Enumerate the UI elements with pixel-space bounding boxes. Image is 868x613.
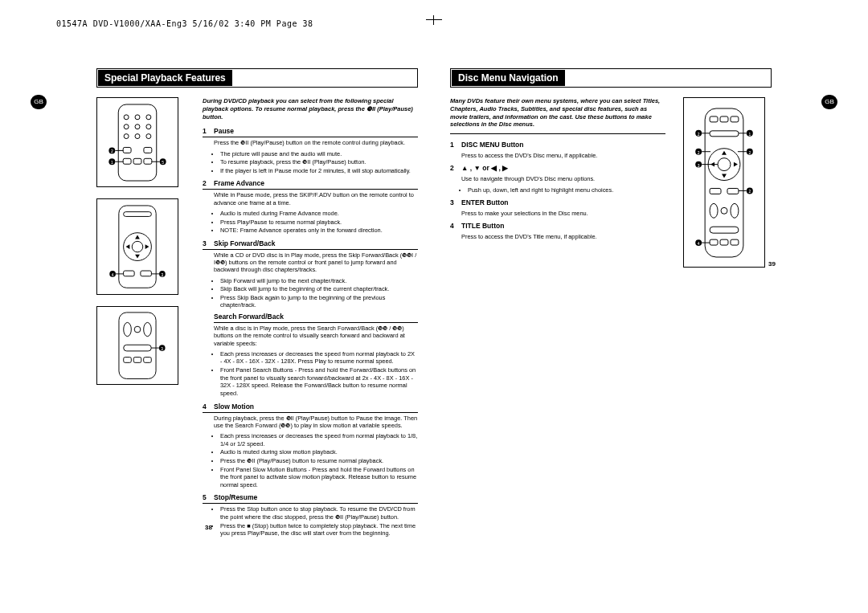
bullet: To resume playback, press the ❿II (Play/… (220, 158, 418, 166)
svg-point-7 (124, 133, 129, 138)
svg-rect-61 (720, 239, 728, 245)
section-title-text: Special Playback Features (98, 70, 232, 86)
svg-rect-14 (144, 158, 152, 164)
svg-rect-49 (720, 116, 728, 121)
remote-fig-2: 4 3 (96, 198, 178, 295)
svg-rect-40 (124, 345, 152, 351)
item-title: TITLE Button (461, 222, 665, 230)
item-title: Skip Forward/Back (214, 239, 418, 247)
item-num: 4 (450, 222, 461, 230)
item-body: While in Pause mode, press the SKIP/F.AD… (214, 191, 418, 206)
item-body: While a CD or DVD disc is in Play mode, … (214, 251, 418, 274)
svg-rect-29 (141, 271, 152, 276)
svg-rect-28 (124, 271, 135, 276)
remote-icon: 2 1 5 (101, 103, 174, 182)
remote-figures-right: 2 1 2 2 3 2 4 (683, 97, 772, 279)
crop-mark-icon (426, 19, 442, 30)
svg-point-57 (731, 203, 739, 218)
svg-text:1: 1 (748, 132, 751, 136)
bullet: Audio is muted during slow motion playba… (220, 448, 418, 456)
svg-text:2: 2 (111, 149, 113, 153)
svg-rect-42 (133, 357, 141, 362)
item-num: 3 (450, 198, 461, 206)
bullet-list: Audio is muted during Frame Advance mode… (214, 210, 418, 235)
svg-point-56 (710, 203, 718, 218)
bullet-list: Push up, down, left and right to highlig… (461, 186, 665, 194)
item-title: Frame Advance (214, 179, 418, 187)
svg-text:3: 3 (162, 273, 164, 277)
item-body: Press the ❿II (Play/Pause) button on the… (214, 139, 418, 146)
svg-rect-62 (731, 239, 739, 245)
page-right: Disc Menu Navigation Many DVDs feature t… (450, 68, 772, 279)
svg-point-8 (135, 133, 140, 138)
item-num: 4 (203, 403, 214, 411)
item-num: 5 (203, 493, 214, 501)
item-body: While a disc is in Play mode, press the … (214, 325, 418, 347)
bullet: Press Skip Back again to jump to the beg… (220, 294, 418, 309)
svg-point-4 (124, 124, 129, 129)
svg-text:2: 2 (698, 150, 700, 154)
print-header: 01547A DVD-V1000/XAA-Eng3 5/16/02 3:40 P… (56, 19, 313, 28)
svg-text:2: 2 (698, 132, 700, 136)
intro-right: Many DVDs feature their own menu systems… (450, 97, 665, 134)
bullet: Push up, down, left and right to highlig… (468, 186, 665, 194)
svg-point-38 (144, 322, 152, 336)
item-title: Pause (214, 127, 418, 135)
page-number-left: 38 (205, 524, 212, 531)
subhead: Search Forward/Back (214, 313, 418, 323)
bullet: Each press increases or decreases the sp… (220, 350, 418, 366)
svg-rect-12 (123, 158, 131, 164)
svg-point-39 (134, 326, 141, 333)
svg-rect-10 (123, 147, 131, 153)
svg-rect-48 (710, 116, 718, 121)
bullet: Skip Back will jump to the beginning of … (220, 285, 418, 293)
bullet: The picture will pause and the audio wil… (220, 150, 418, 158)
svg-point-37 (124, 322, 132, 336)
page-left: Special Playback Features 2 1 5 (96, 68, 418, 542)
language-tab-left: GB (31, 95, 47, 109)
svg-rect-59 (710, 227, 739, 233)
remote-icon: 3 (101, 311, 174, 380)
bullet: NOTE: Frame Advance operates only in the… (220, 227, 418, 235)
section-title-right: Disc Menu Navigation (450, 68, 772, 88)
remote-icon: 4 3 (101, 204, 174, 289)
bullet-list: The picture will pause and the audio wil… (214, 150, 418, 175)
remote-fig-1: 2 1 5 (96, 97, 178, 187)
bullet: Skip Forward will jump to the next chapt… (220, 277, 418, 285)
svg-text:4: 4 (698, 242, 700, 246)
svg-text:2: 2 (748, 190, 751, 194)
item-body: Press to access the DVD's Disc menu, if … (461, 152, 665, 159)
item-num: 1 (203, 127, 214, 135)
page-number-right: 39 (768, 260, 776, 268)
item-title: Stop/Resume (214, 493, 418, 501)
item-title: Slow Motion (214, 403, 418, 411)
svg-rect-54 (710, 188, 721, 194)
section-title-text: Disc Menu Navigation (452, 70, 565, 86)
svg-rect-51 (710, 130, 739, 136)
svg-text:1: 1 (111, 161, 113, 165)
bullet: Each press increases or decreases the sp… (220, 432, 418, 447)
svg-rect-11 (144, 147, 152, 153)
svg-rect-50 (731, 116, 739, 121)
svg-point-1 (124, 114, 129, 119)
svg-rect-25 (124, 212, 152, 217)
svg-rect-55 (727, 188, 739, 194)
svg-text:2: 2 (748, 150, 751, 154)
item-num: 3 (203, 239, 214, 247)
bullet-list: Press the Stop button once to stop playb… (214, 505, 418, 537)
remote-fig-right: 2 1 2 2 3 2 4 (683, 97, 765, 268)
item-body: Press to make your selections in the Dis… (461, 210, 665, 217)
svg-point-53 (718, 157, 731, 170)
svg-text:4: 4 (112, 273, 114, 277)
language-tab-right: GB (821, 95, 837, 109)
svg-rect-43 (144, 357, 152, 362)
bullet-list: Each press increases or decreases the sp… (214, 350, 418, 398)
svg-point-2 (135, 114, 140, 119)
remote-icon: 2 1 2 2 3 2 4 (688, 107, 760, 259)
bullet: Press the ❿II (Play/Pause) button to res… (220, 457, 418, 465)
svg-point-5 (135, 124, 140, 129)
svg-text:3: 3 (698, 163, 700, 167)
svg-rect-60 (710, 239, 718, 245)
bullet: Front Panel Search Buttons - Press and h… (220, 366, 418, 398)
item-title: DISC MENU Button (461, 141, 665, 149)
